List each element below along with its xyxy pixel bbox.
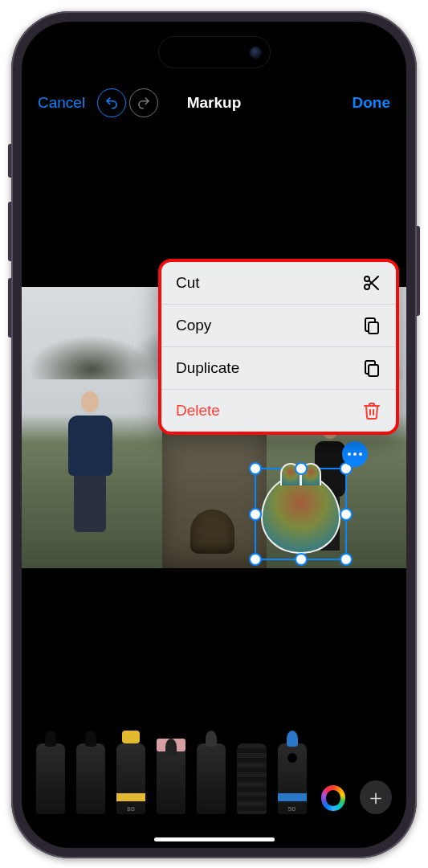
markup-navbar: Cancel Markup Done (22, 82, 406, 124)
side-button (417, 226, 420, 316)
cancel-button[interactable]: Cancel (38, 94, 85, 112)
navbar-left-group: Cancel (38, 88, 158, 117)
undo-icon (104, 96, 119, 110)
redo-button[interactable] (129, 88, 158, 117)
screen: Cancel Markup Done (22, 22, 406, 848)
markup-tool-tray: 80 50 ＋ (22, 742, 406, 829)
svg-rect-4 (369, 322, 378, 334)
svg-rect-5 (369, 365, 378, 376)
resize-handle-bottom-right[interactable] (340, 553, 353, 566)
volume-up-button (8, 202, 11, 261)
lasso-tool[interactable]: 50 (278, 743, 307, 814)
done-button[interactable]: Done (353, 94, 391, 112)
felt-tip-tool[interactable] (76, 743, 105, 814)
context-menu-label: Duplicate (176, 359, 239, 377)
trash-icon (362, 401, 381, 420)
resize-handle-middle-left[interactable] (249, 508, 262, 521)
context-menu-label: Copy (176, 317, 211, 334)
undo-button[interactable] (97, 88, 126, 117)
resize-handle-top-middle[interactable] (295, 462, 308, 475)
resize-handle-bottom-middle[interactable] (295, 553, 308, 566)
pen-tool[interactable] (36, 743, 65, 814)
redo-icon (137, 96, 151, 110)
selected-object-bounding-box[interactable] (255, 468, 347, 560)
context-menu-delete[interactable]: Delete (161, 389, 396, 432)
color-picker-button[interactable] (318, 782, 349, 814)
context-menu-label: Cut (176, 274, 200, 292)
home-indicator[interactable] (154, 837, 275, 841)
eraser-tool[interactable] (157, 743, 185, 814)
plus-icon: ＋ (365, 784, 386, 812)
pencil-tool[interactable] (197, 743, 226, 814)
more-options-button[interactable] (342, 441, 368, 467)
ellipsis-dot-icon (348, 452, 351, 456)
ellipsis-dot-icon (359, 452, 362, 456)
volume-down-button (8, 278, 11, 338)
context-menu-cut[interactable]: Cut (161, 262, 396, 304)
context-menu-copy[interactable]: Copy (161, 304, 396, 346)
undo-redo-group (97, 88, 158, 117)
ruler-tool[interactable] (237, 743, 266, 814)
tool-size-label: 50 (288, 805, 296, 813)
resize-handle-top-left[interactable] (249, 462, 262, 475)
cat-on-stump (190, 510, 234, 554)
context-menu: Cut Copy Duplicate Delete (158, 259, 399, 435)
sticker-object[interactable] (261, 474, 340, 554)
scissors-icon (362, 273, 381, 293)
copy-icon (362, 358, 381, 378)
resize-handle-bottom-left[interactable] (249, 553, 262, 566)
front-camera-icon (250, 47, 262, 59)
add-annotation-button[interactable]: ＋ (360, 780, 392, 814)
highlighter-tool[interactable]: 80 (116, 743, 145, 814)
ringer-switch (8, 144, 11, 178)
resize-handle-middle-right[interactable] (340, 508, 353, 521)
tool-size-label: 80 (127, 805, 135, 813)
page-title: Markup (187, 94, 242, 112)
copy-icon (362, 316, 381, 335)
dynamic-island (158, 36, 271, 68)
ellipsis-dot-icon (353, 452, 357, 456)
context-menu-label: Delete (176, 402, 220, 420)
person-left (58, 391, 122, 536)
context-menu-duplicate[interactable]: Duplicate (161, 346, 396, 389)
phone-frame: Cancel Markup Done (11, 11, 417, 858)
